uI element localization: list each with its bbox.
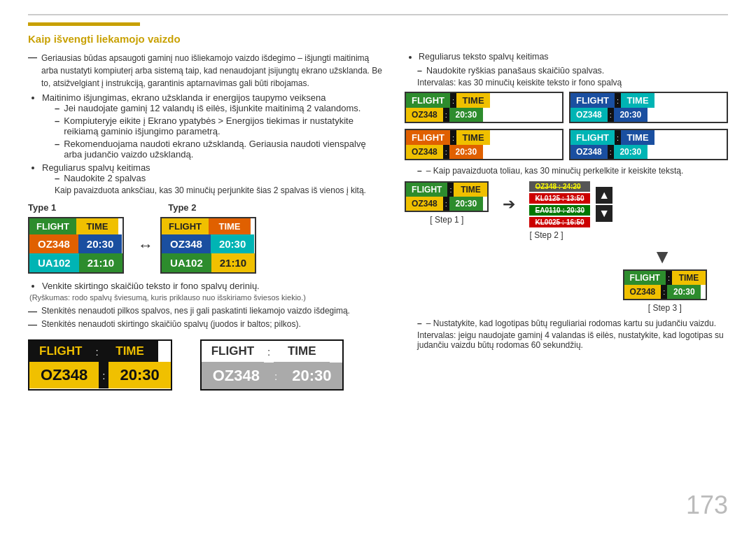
crossed-rows: OZ348 : 24:20 KL0125 : 13:50 EA0110 : 20… bbox=[529, 181, 590, 227]
dark-flight-header: FLIGHT bbox=[29, 341, 92, 362]
gb2-oz348: OZ348 bbox=[570, 108, 608, 122]
step2-wrap: OZ348 : 24:20 KL0125 : 13:50 EA0110 : 20… bbox=[529, 181, 612, 240]
board2-ua102: UA102 bbox=[162, 253, 211, 272]
board1-2030: 20:30 bbox=[78, 234, 122, 253]
board2-header-row: FLIGHT TIME bbox=[162, 218, 255, 234]
bottom-board-dark: FLIGHT : TIME OZ348 : 20:30 bbox=[28, 339, 172, 391]
gb2-time: TIME bbox=[621, 93, 654, 108]
dark-time-header: TIME bbox=[102, 341, 158, 362]
type2-board: FLIGHT TIME OZ348 20:30 UA102 21:10 bbox=[160, 217, 256, 274]
sub-dash-4: – Naudokite 2 spalvas bbox=[55, 173, 384, 183]
dark-oz348: OZ348 bbox=[29, 362, 99, 388]
right-interval: Intervalas: kas 30 minučių keiskite teks… bbox=[417, 78, 728, 87]
scroll-down-icon: ▼ bbox=[596, 205, 612, 222]
s3-time: TIME bbox=[672, 271, 706, 285]
gb3-time: TIME bbox=[456, 130, 490, 145]
gb1-2030: 20:30 bbox=[449, 108, 483, 122]
gray-oz348: OZ348 bbox=[202, 363, 271, 389]
right-sub-1: – Naudokite ryškias panašaus skaičiūo sp… bbox=[417, 66, 728, 76]
crossed-row-1: OZ348 : 24:20 bbox=[529, 181, 590, 192]
step2-label: [ Step 2 ] bbox=[529, 230, 563, 240]
bullet-list-2: Venkite skirtingo skaičiūo teksto ir fon… bbox=[42, 281, 384, 302]
s1-2030: 20:30 bbox=[449, 197, 483, 211]
crossed-row-4: KL0025 : 16:50 bbox=[529, 217, 590, 227]
gray-board-header: FLIGHT : TIME bbox=[202, 341, 343, 363]
grid-board-4: FLIGHT : TIME OZ348 : 20:30 bbox=[569, 129, 728, 160]
arrow-down-wrap: ▼ bbox=[405, 244, 672, 269]
scroll-arrows: ▲ ▼ bbox=[596, 187, 612, 222]
gray-flight-header: FLIGHT bbox=[202, 341, 264, 363]
sub-dash-2: – Kompiuteryje eikite į Ekrano ypatybės … bbox=[55, 115, 384, 136]
gray-time-header: TIME bbox=[274, 341, 330, 363]
gb3-2030: 20:30 bbox=[449, 145, 483, 159]
board1-flight-header: FLIGHT bbox=[29, 218, 76, 234]
board1-header-row: FLIGHT TIME bbox=[29, 218, 122, 234]
s1-flight: FLIGHT bbox=[406, 183, 447, 197]
bullet-item-3: Venkite skirtingo skaičiūo teksto ir fon… bbox=[42, 281, 384, 291]
board1-ua102: UA102 bbox=[29, 253, 79, 272]
step-arrow-right: ➔ bbox=[503, 195, 515, 213]
gray-2030: 20:30 bbox=[281, 363, 342, 389]
board2-time-header: TIME bbox=[209, 218, 251, 234]
step1-board: FLIGHT : TIME OZ348 : 20:30 bbox=[405, 181, 489, 212]
type-labels: Type 1 Type 2 bbox=[28, 202, 384, 213]
type-arrow: ↔ bbox=[138, 237, 153, 255]
sub-dash-1: – Jei naudojate gaminį 12 valandų iš eil… bbox=[55, 103, 384, 113]
board2-row2: OZ348 20:30 bbox=[162, 234, 255, 253]
gb4-oz348: OZ348 bbox=[570, 145, 608, 159]
gray-colon2: : bbox=[271, 363, 281, 389]
s3-oz348: OZ348 bbox=[624, 285, 662, 299]
dark-board-header: FLIGHT : TIME bbox=[29, 341, 171, 362]
s3-2030: 20:30 bbox=[667, 285, 701, 299]
step3-board: FLIGHT : TIME OZ348 : 20:30 bbox=[623, 269, 707, 300]
note1: — Stenkitės nenaudoti pilkos spalvos, ne… bbox=[28, 306, 384, 316]
board1-row2: OZ348 20:30 bbox=[29, 234, 122, 253]
gray-colon1: : bbox=[264, 341, 274, 363]
bullet-item-4: (Ryškumas: rodo spalvų šviesumą, kuris p… bbox=[29, 293, 384, 302]
dark-colon2: : bbox=[99, 362, 108, 388]
scroll-up-icon: ▲ bbox=[596, 187, 612, 204]
bullet-item-2: Reguliarus spalvų keitimas – Naudokite 2… bbox=[42, 162, 384, 195]
board2-oz348: OZ348 bbox=[162, 234, 211, 253]
top-divider bbox=[28, 14, 728, 15]
bottom-boards: FLIGHT : TIME OZ348 : 20:30 FLIGHT : TIM… bbox=[28, 339, 384, 391]
right-grid: FLIGHT : TIME OZ348 : 20:30 FLIGHT : TIM… bbox=[405, 92, 728, 160]
crossed-row-3: EA0110 : 20:30 bbox=[529, 205, 590, 216]
intro-text: — Geriausias būdas apsaugoti gaminį nuo … bbox=[28, 52, 384, 90]
dark-2030: 20:30 bbox=[108, 362, 170, 388]
step3-wrap: FLIGHT : TIME OZ348 : 20:30 [ Step 3 ] bbox=[623, 269, 707, 313]
grid-board-2: FLIGHT : TIME OZ348 : 20:30 bbox=[569, 92, 728, 123]
gb4-time: TIME bbox=[621, 130, 654, 145]
step3-outer: FLIGHT : TIME OZ348 : 20:30 [ Step 3 ] bbox=[405, 269, 707, 313]
gb2-flight: FLIGHT bbox=[570, 93, 615, 108]
step1-wrap: FLIGHT : TIME OZ348 : 20:30 [ Step 1 ] bbox=[405, 181, 489, 225]
note2: — Stenkitės nenaudoti skirtingo skaičiūo… bbox=[28, 319, 384, 330]
gb1-time: TIME bbox=[456, 93, 490, 108]
board2-2030: 20:30 bbox=[211, 234, 254, 253]
board1-row3: UA102 21:10 bbox=[29, 253, 122, 272]
gb1-oz348: OZ348 bbox=[406, 108, 443, 122]
board1-time-header: TIME bbox=[76, 218, 118, 234]
board1-oz348: OZ348 bbox=[29, 234, 78, 253]
final-note-1: – – Nustatykite, kad logotipas būtų regu… bbox=[417, 318, 728, 328]
type-boards: FLIGHT TIME OZ348 20:30 UA102 21:10 ↔ FL… bbox=[28, 217, 384, 274]
step-arrow-down: ▼ bbox=[652, 246, 672, 268]
page-number: 173 bbox=[686, 491, 728, 520]
gb3-oz348: OZ348 bbox=[406, 145, 443, 159]
gb4-flight: FLIGHT bbox=[570, 130, 615, 145]
bullet-item-1: Maitinimo išjungimas, ekrano užsklanda i… bbox=[42, 92, 384, 160]
gb3-flight: FLIGHT bbox=[406, 130, 450, 145]
dark-board-row2: OZ348 : 20:30 bbox=[29, 362, 171, 388]
bottom-board-gray: FLIGHT : TIME OZ348 : 20:30 bbox=[200, 339, 344, 391]
s1-time: TIME bbox=[454, 183, 487, 197]
board2-2110: 21:10 bbox=[211, 253, 255, 272]
crossed-row-2: KL0125 : 13:50 bbox=[529, 193, 590, 204]
s3-flight: FLIGHT bbox=[624, 271, 666, 285]
bullet-list: Maitinimo išjungimas, ekrano užsklanda i… bbox=[42, 92, 384, 195]
right-column: Reguliarus teksto spalvų keitimas – Naud… bbox=[405, 52, 728, 391]
left-column: — Geriausias būdas apsaugoti gaminį nuo … bbox=[28, 52, 384, 391]
board1-2110: 21:10 bbox=[79, 253, 122, 272]
step-row-1-2: FLIGHT : TIME OZ348 : 20:30 [ Step 1 ] ➔ bbox=[405, 181, 728, 240]
sub-dash-3: – Rekomenduojama naudoti ekrano užskland… bbox=[55, 139, 384, 160]
grid-board-1: FLIGHT : TIME OZ348 : 20:30 bbox=[405, 92, 564, 123]
